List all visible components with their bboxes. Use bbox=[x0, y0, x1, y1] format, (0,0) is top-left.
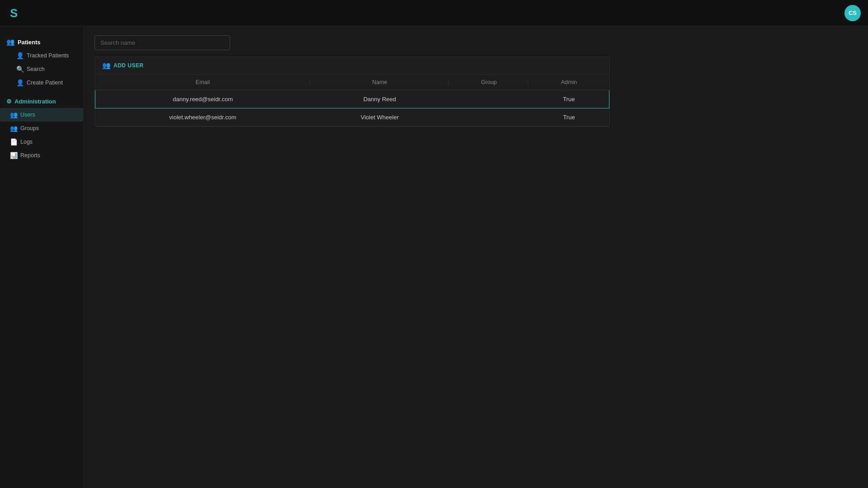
sidebar-logs-label: Logs bbox=[20, 139, 33, 145]
users-icon: 👥 bbox=[10, 111, 18, 118]
sidebar-patients-label: Patients bbox=[18, 39, 41, 46]
svg-text:S: S bbox=[10, 6, 18, 20]
sidebar-admin-section: ⚙ Administration 👥 Users 👥 Groups 📄 Logs… bbox=[0, 95, 83, 162]
sidebar-item-groups[interactable]: 👥 Groups bbox=[0, 122, 83, 135]
tracked-patients-icon: 👤 bbox=[16, 52, 24, 59]
sidebar-item-users[interactable]: 👥 Users bbox=[0, 108, 83, 122]
add-user-button[interactable]: 👥 ADD USER bbox=[95, 57, 609, 75]
add-user-icon: 👥 bbox=[102, 61, 111, 70]
search-icon: 🔍 bbox=[16, 66, 24, 73]
sidebar-item-search[interactable]: 🔍 Search bbox=[6, 62, 77, 76]
cell-name: Danny Reed bbox=[310, 90, 449, 108]
sidebar-patients-section: 👥 Patients 👤 Tracked Patients 🔍 Search 👤… bbox=[0, 32, 83, 91]
sidebar: 👥 Patients 👤 Tracked Patients 🔍 Search 👤… bbox=[0, 26, 84, 488]
topbar: S CS bbox=[0, 0, 868, 26]
cell-email: violet.wheeler@seidr.com bbox=[95, 108, 311, 127]
sidebar-search-label: Search bbox=[27, 66, 45, 72]
col-group: Group bbox=[449, 75, 528, 90]
col-admin: Admin bbox=[529, 75, 609, 90]
add-user-label: ADD USER bbox=[113, 62, 144, 69]
users-table: Email Name Group Admin danny.reed@seidr.… bbox=[95, 75, 609, 127]
sidebar-item-logs[interactable]: 📄 Logs bbox=[0, 135, 83, 149]
sidebar-administration-label: Administration bbox=[14, 98, 56, 105]
sidebar-users-label: Users bbox=[20, 112, 35, 118]
patients-icon: 👥 bbox=[6, 38, 15, 46]
reports-icon: 📊 bbox=[10, 152, 18, 159]
table-header-row: Email Name Group Admin bbox=[95, 75, 609, 90]
table-row[interactable]: danny.reed@seidr.com Danny Reed True bbox=[95, 90, 609, 108]
col-email: Email bbox=[95, 75, 311, 90]
create-patient-icon: 👤 bbox=[16, 79, 24, 86]
groups-icon: 👥 bbox=[10, 125, 18, 132]
cell-admin: True bbox=[529, 108, 609, 127]
sidebar-administration-header[interactable]: ⚙ Administration bbox=[0, 95, 83, 108]
sidebar-item-reports[interactable]: 📊 Reports bbox=[0, 149, 83, 162]
sidebar-patients-header: 👥 Patients bbox=[6, 35, 77, 49]
col-name: Name bbox=[310, 75, 449, 90]
logo[interactable]: S bbox=[7, 4, 25, 22]
cell-name: Violet Wheeler bbox=[310, 108, 449, 127]
sidebar-groups-label: Groups bbox=[20, 125, 39, 131]
table-row[interactable]: violet.wheeler@seidr.com Violet Wheeler … bbox=[95, 108, 609, 127]
cell-admin: True bbox=[529, 90, 609, 108]
users-table-container: 👥 ADD USER Email Name Group Admin danny.… bbox=[94, 56, 610, 127]
cell-email: danny.reed@seidr.com bbox=[95, 90, 311, 108]
user-avatar[interactable]: CS bbox=[844, 5, 861, 21]
sidebar-item-create-patient[interactable]: 👤 Create Patient bbox=[6, 76, 77, 89]
main-content: 👥 ADD USER Email Name Group Admin danny.… bbox=[84, 26, 868, 488]
app-layout: 👥 Patients 👤 Tracked Patients 🔍 Search 👤… bbox=[0, 26, 868, 488]
sidebar-tracked-patients-label: Tracked Patients bbox=[27, 52, 69, 59]
sidebar-reports-label: Reports bbox=[20, 152, 40, 159]
administration-icon: ⚙ bbox=[6, 98, 12, 105]
logs-icon: 📄 bbox=[10, 138, 18, 145]
cell-group bbox=[449, 108, 528, 127]
search-name-input[interactable] bbox=[94, 35, 230, 50]
cell-group bbox=[449, 90, 528, 108]
sidebar-create-patient-label: Create Patient bbox=[27, 80, 63, 86]
sidebar-item-tracked-patients[interactable]: 👤 Tracked Patients bbox=[6, 49, 77, 62]
